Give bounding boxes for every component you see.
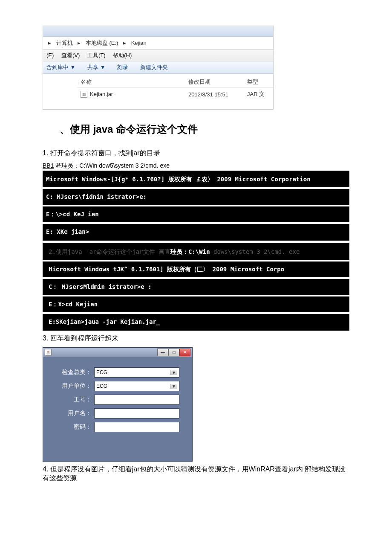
explorer-toolbar: 含到库中 ▼ 共享 ▼ 刻录 新建文件夹	[43, 61, 273, 74]
cmd-line: C： MJsersMldmin istrator>e :	[43, 279, 349, 295]
cmd-line: E:SKejian>jaua -jar Kejian.jar_	[43, 314, 349, 330]
ghost-text: 2.使用java -ar命令运行这个jar文件 画直	[49, 248, 170, 255]
cmd-line: Hicrosoft Windows tJK^ 6.1.7601] 版权所有（匚〉…	[43, 262, 349, 277]
file-name: Kejian.jar	[90, 91, 113, 97]
maximize-button[interactable]: ▭	[168, 349, 179, 356]
select-value: ECG	[96, 369, 107, 375]
password-input[interactable]	[94, 422, 179, 432]
toolbar-burn[interactable]: 刻录	[117, 64, 128, 70]
breadcrumb-seg[interactable]: 本地磁盘 (E:)	[86, 40, 118, 46]
toolbar-newfolder[interactable]: 新建文件夹	[140, 64, 168, 70]
cmd-caption-line: 2.使用java -ar命令运行这个jar文件 画直珪员：C:\Win dows…	[43, 244, 349, 260]
section-heading: 、使用 java 命令运行这个文件	[60, 122, 349, 136]
username-input[interactable]	[94, 408, 179, 418]
cmd-line: E：\>cd KeJ ian	[43, 206, 349, 222]
toolbar-share[interactable]: 共享 ▼	[87, 64, 105, 70]
col-type[interactable]: 类型	[244, 76, 273, 88]
breadcrumb-arrow-icon: ▸	[48, 40, 51, 46]
menu-help[interactable]: 帮助(H)	[113, 52, 132, 58]
jar-file-icon: ▦	[81, 91, 87, 98]
file-list: 名称 修改日期 类型 ▦Kejian.jar 2012/8/31 15:51 J…	[43, 74, 273, 109]
breadcrumb[interactable]: ▸ 计算机 ▸ 本地磁盘 (E:) ▸ Kejian	[43, 37, 273, 50]
check-type-select[interactable]: ECG ▼	[94, 367, 179, 378]
java-app-window: ☕ — ▭ ✕ 检查总类： ECG ▼ 用户单位： ECG ▼	[43, 347, 193, 462]
table-row[interactable]: ▦Kejian.jar 2012/8/31 15:51 JAR 文	[77, 88, 273, 101]
label-id: 工号：	[56, 396, 94, 404]
cmd-line: E：X>cd Kejian	[43, 296, 349, 312]
toolbar-library[interactable]: 含到库中 ▼	[46, 64, 75, 70]
select-value: ECG	[96, 383, 107, 389]
step-4-text: 4. 但是程序没有图片，仔细看jar包的大小可以猜测没有资源文件，用WinRAR…	[43, 465, 349, 483]
breadcrumb-seg[interactable]: Kejian	[131, 40, 147, 46]
file-type: JAR 文	[244, 88, 273, 101]
label-password: 密码：	[56, 423, 94, 431]
cmd-window-2: 2.使用java -ar命令运行这个jar文件 画直珪员：C:\Win dows…	[43, 243, 349, 331]
breadcrumb-seg[interactable]: 计算机	[56, 40, 73, 46]
label-check-type: 检查总类：	[56, 369, 94, 376]
breadcrumb-arrow-icon: ▸	[123, 40, 126, 46]
menubar: (E) 查看(V) 工具(T) 帮助(H)	[43, 50, 273, 61]
explorer-window: ▸ 计算机 ▸ 本地磁盘 (E:) ▸ Kejian (E) 查看(V) 工具(…	[43, 26, 274, 110]
label-user-unit: 用户单位：	[56, 382, 94, 390]
cmd-window-1: Microsoft Windows-[J{g* 6.1.760?] 版权所有 ￡…	[43, 171, 349, 241]
menu-edit[interactable]: (E)	[46, 52, 54, 58]
id-input[interactable]	[94, 395, 179, 405]
caption-prefix: BB1	[43, 162, 54, 169]
java-icon: ☕	[45, 349, 52, 356]
cmd-line: C: MJsers\fidnin istrator>e:	[43, 189, 349, 205]
chevron-down-icon: ▼	[170, 370, 177, 375]
col-name[interactable]: 名称	[77, 76, 185, 88]
caption-path: 匿珪员：C:\Win dow5\system 3 2\cmd. exe	[54, 162, 170, 169]
cmd1-caption: BB1 匿珪员：C:\Win dow5\system 3 2\cmd. exe	[43, 162, 349, 170]
menu-view[interactable]: 查看(V)	[61, 52, 80, 58]
step-1-text: 1. 打开命令提示符窗口，找到jar的目录	[43, 149, 349, 158]
label-username: 用户名：	[56, 410, 94, 417]
ghost-text: dows\system 3 2\cmd. exe	[210, 248, 300, 255]
caption-text: 珪员：	[170, 248, 188, 255]
titlebar[interactable]: ☕ — ▭ ✕	[43, 348, 192, 357]
file-date: 2012/8/31 15:51	[185, 88, 244, 101]
chevron-down-icon: ▼	[170, 384, 177, 389]
cmd-line: Microsoft Windows-[J{g* 6.1.760?] 版权所有 ￡…	[43, 171, 349, 187]
minimize-button[interactable]: —	[157, 349, 168, 356]
user-unit-select[interactable]: ECG ▼	[94, 381, 179, 391]
close-button[interactable]: ✕	[179, 349, 190, 356]
caption-bold: C:\Win	[188, 248, 210, 255]
menu-tools[interactable]: 工具(T)	[87, 52, 106, 58]
breadcrumb-arrow-icon: ▸	[78, 40, 81, 46]
explorer-titlebar	[43, 26, 273, 37]
step-3-text: 3. 回车看到程序运行起来	[43, 334, 349, 343]
cmd-line: E: XKe jian>	[43, 224, 349, 240]
col-date[interactable]: 修改日期	[185, 76, 244, 88]
